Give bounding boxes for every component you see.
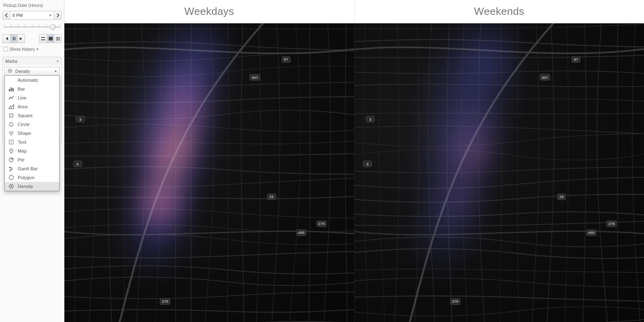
bar-icon: [8, 86, 14, 92]
view-mode-3[interactable]: [54, 35, 61, 43]
hour-prev-button[interactable]: [2, 11, 10, 20]
square-icon: [8, 113, 14, 118]
marks-option-label: Pie: [18, 157, 25, 162]
marks-option-density[interactable]: Density: [5, 182, 59, 191]
marks-option-polygon[interactable]: Polygon: [5, 173, 59, 182]
density-icon: [7, 68, 13, 74]
marks-option-square[interactable]: Square: [5, 111, 59, 120]
list-icon: [55, 36, 61, 41]
svg-point-17: [10, 134, 12, 135]
skip-forward-button[interactable]: [17, 35, 25, 43]
svg-point-16: [12, 132, 13, 133]
svg-rect-2: [41, 37, 45, 38]
caret-down-icon: ▾: [50, 13, 52, 17]
svg-rect-0: [13, 37, 14, 40]
gantt-icon: [8, 166, 14, 171]
rows-icon: [40, 36, 46, 41]
marks-type-value: Density: [15, 69, 30, 74]
marks-option-label: Line: [18, 95, 27, 100]
marks-option-label: Shape: [18, 131, 31, 136]
polygon-icon: [8, 175, 14, 180]
circle-icon: [8, 122, 14, 127]
marks-option-label: Map: [18, 149, 27, 153]
skip-back-icon: [4, 36, 9, 41]
svg-rect-11: [11, 87, 12, 91]
hour-value: 8 PM: [12, 13, 23, 18]
svg-point-15: [9, 132, 11, 133]
skip-back-button[interactable]: [3, 35, 10, 43]
marks-option-label: Area: [18, 104, 27, 109]
marks-option-label: Text: [18, 140, 26, 144]
svg-rect-13: [10, 114, 13, 117]
playback-controls: [2, 34, 62, 43]
shape-icon: [8, 130, 14, 136]
blank-icon: [8, 77, 14, 83]
view-mode-2[interactable]: [47, 35, 54, 43]
skip-forward-icon: [19, 36, 24, 41]
marks-option-shape[interactable]: Shape: [5, 129, 59, 138]
marks-card: Marks ▾ Density ▾ AutomaticBarLineAreaSq…: [2, 57, 62, 142]
marks-option-pie[interactable]: Pie: [5, 155, 59, 164]
svg-rect-7: [56, 40, 60, 41]
svg-rect-12: [12, 88, 14, 91]
show-history-label: Show history: [10, 47, 35, 52]
column-header: Weekdays: [64, 0, 354, 23]
marks-card-header[interactable]: Marks ▾: [3, 57, 61, 65]
text-icon: T: [8, 139, 14, 145]
map-panel[interactable]: 879073925278495278: [354, 23, 644, 322]
svg-text:T: T: [10, 140, 12, 144]
marks-option-label: Gantt Bar: [18, 166, 37, 171]
marks-option-map[interactable]: Map: [5, 147, 59, 155]
svg-rect-1: [14, 37, 15, 40]
marks-type-select[interactable]: Density ▾ AutomaticBarLineAreaSquareCirc…: [4, 67, 60, 76]
chevron-right-icon: [55, 13, 61, 18]
svg-rect-10: [9, 89, 10, 91]
show-history-checkbox[interactable]: [3, 47, 8, 52]
hour-select[interactable]: 8 PM ▾: [10, 11, 54, 20]
column-header: Weekends: [354, 0, 644, 23]
marks-option-area[interactable]: Area: [5, 102, 59, 111]
pause-icon: [11, 36, 17, 41]
hour-slider[interactable]: [2, 23, 62, 31]
view-mode-1[interactable]: [39, 35, 47, 43]
svg-rect-4: [49, 37, 53, 41]
hour-stepper: 8 PM ▾: [2, 11, 62, 20]
svg-point-20: [11, 150, 12, 151]
marks-option-gantt-bar[interactable]: Gantt Bar: [5, 164, 59, 173]
hour-next-button[interactable]: [54, 11, 62, 20]
marks-type-dropdown: AutomaticBarLineAreaSquareCircleShapeTTe…: [4, 75, 60, 191]
density-icon: [8, 184, 14, 189]
viz-column-headers: Weekdays Weekends: [64, 0, 644, 23]
map-panel[interactable]: 879073925278495278: [64, 23, 354, 322]
marks-option-automatic[interactable]: Automatic: [5, 76, 59, 85]
svg-rect-5: [56, 37, 60, 38]
marks-option-label: Automatic: [18, 78, 38, 83]
marks-option-label: Density: [18, 184, 33, 189]
viz-body: 879073925278495278879073925278495278: [64, 23, 644, 322]
svg-rect-22: [9, 167, 12, 168]
pie-icon: [8, 157, 14, 163]
side-panel: Pickup Date (Hours) 8 PM ▾: [0, 0, 64, 322]
map-icon: [8, 148, 14, 154]
marks-option-label: Square: [18, 113, 33, 118]
show-history-row: Show history ▾: [2, 46, 62, 52]
svg-rect-3: [41, 39, 45, 40]
slider-thumb[interactable]: [50, 24, 56, 30]
marks-option-line[interactable]: Line: [5, 93, 59, 102]
svg-rect-23: [10, 169, 13, 169]
marks-option-label: Circle: [18, 122, 29, 127]
marks-option-circle[interactable]: Circle: [5, 120, 59, 129]
marks-option-label: Bar: [18, 87, 25, 91]
marks-option-bar[interactable]: Bar: [5, 85, 59, 93]
area-icon: [8, 104, 14, 109]
caret-down-icon: ▾: [55, 69, 57, 73]
caret-down-icon: ▾: [57, 59, 59, 63]
caret-down-icon: ▾: [37, 47, 39, 51]
card-icon: [48, 36, 54, 41]
marks-option-text[interactable]: TText: [5, 138, 59, 147]
svg-point-26: [10, 186, 12, 187]
marks-option-label: Polygon: [18, 175, 35, 180]
pause-button[interactable]: [10, 35, 17, 43]
line-icon: [8, 95, 14, 101]
marks-card-title: Marks: [5, 59, 17, 64]
